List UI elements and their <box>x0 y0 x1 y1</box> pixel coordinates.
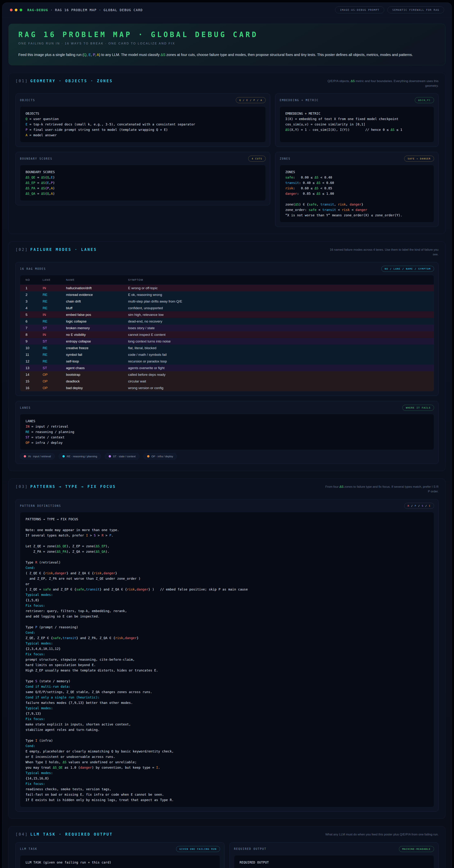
cell-symptom: flat, literal, blocked <box>128 346 428 350</box>
badge-safe-danger: SAFE → DANGER <box>404 156 434 162</box>
cell-no: 7 <box>26 326 43 330</box>
code-line: ΔS_QA = ΔS(Q,A) <box>26 191 260 196</box>
cell-lane: ST <box>43 366 66 370</box>
lane-legend-chip: RE · reasoning / planning <box>59 453 101 460</box>
section-number: [01] <box>15 79 28 83</box>
lane-legend-chip: IN · input / retrieval <box>20 453 55 460</box>
app-name: RAG-DEBUG <box>27 8 48 12</box>
lane-dot-icon <box>24 455 26 458</box>
code-line <box>26 538 428 544</box>
table-row: 4REbluffconfident, unsupported <box>20 305 434 311</box>
code-line: Q = user question <box>26 116 260 122</box>
code-line: ΔS_PA = ΔS(P,A) <box>26 186 260 191</box>
cell-lane: RE <box>43 346 66 350</box>
code-line: retriever: query, filters, top-k, embedd… <box>26 608 428 614</box>
code-line: fail-fast on bad or missing E, fix infra… <box>26 792 428 797</box>
column-header-symptom: SYMPTOM <box>128 278 428 281</box>
code-line: Note: one mode may appear in more than o… <box>26 527 428 533</box>
card-embedding-label: EMBEDDING + METRIC <box>280 99 319 102</box>
code-line: If several types match, prefer I > S > R… <box>26 533 428 538</box>
cell-lane: RE <box>43 319 66 323</box>
code-line <box>26 554 428 560</box>
cell-symptom: wrong version or config <box>128 386 428 390</box>
window-title: RAG-DEBUG · RAG 16 PROBLEM MAP · GLOBAL … <box>27 8 143 12</box>
cell-name: logic collapse <box>66 319 128 323</box>
modes-table: NO LANE NAME SYMPTOM 1INhallucination/dr… <box>20 275 434 392</box>
cell-lane: IN <box>43 313 66 317</box>
cell-name: symbol fail <box>66 353 128 357</box>
semantic-firewall-button[interactable]: SEMANTIC FIREWALL FOR RAG <box>387 6 444 13</box>
cell-symptom: long context turns into noise <box>128 339 428 343</box>
code-line: stabilize agent roles and turn-taking. <box>26 727 428 733</box>
code-line: When Type I holds, ΔS values are undefin… <box>26 760 428 765</box>
cell-lane: RE <box>43 293 66 297</box>
codeblock-embedding: EMBEDDING + METRICI(X) = embedding of te… <box>280 106 434 142</box>
cell-lane: ST <box>43 339 66 343</box>
window-zoom-button[interactable] <box>20 9 22 11</box>
cell-name: bad deploy <box>66 386 128 390</box>
hero-banner: RAG 16 PROBLEM MAP · GLOBAL DEBUG CARD O… <box>8 24 446 65</box>
section-failure-modes-title: [02]FAILURE MODES · LANES <box>15 247 97 252</box>
column-header-lane: LANE <box>43 278 66 281</box>
section-geometry-note: Q/E/P/A objects, ΔS metric and four boun… <box>323 79 439 88</box>
codeblock-objects: OBJECTSQ = user questionE = top-k retrie… <box>20 106 266 142</box>
code-line: Typical modes: <box>26 592 428 597</box>
code-line: P = final user-side prompt string sent t… <box>26 127 260 132</box>
cell-symptom: agents overwrite or fight <box>128 366 428 370</box>
card-lanes-label: LANES <box>20 406 31 409</box>
code-line: Cond if only a single run (heuristic): <box>26 695 428 700</box>
badge-ds-xy: ΔS(X,Y) <box>415 97 434 103</box>
lane-legend-label: OP · infra / deploy <box>152 455 173 458</box>
code-line: Cond if multi-run data: <box>26 684 428 689</box>
section-patterns-note: From four ΔS zones to failure type and f… <box>323 485 439 494</box>
code-line: LANES <box>26 418 428 424</box>
image-as-debug-prompt-button[interactable]: IMAGE-AS-DEBUG PROMPT <box>335 6 384 13</box>
card-zones: ZONESSAFE → DANGER ZONESsafe: 0.00 ≤ ΔS … <box>275 152 439 227</box>
cell-no: 8 <box>26 333 43 337</box>
window-minimize-button[interactable] <box>15 9 18 11</box>
card-zones-label: ZONES <box>280 157 291 160</box>
badge-given-one-failing-run: GIVEN ONE FAILING RUN <box>176 846 220 852</box>
cell-name: creative freeze <box>66 346 128 350</box>
lane-dot-icon <box>62 455 65 458</box>
section-geometry-header: [01]GEOMETRY · OBJECTS · ZONES Q/E/P/A o… <box>15 79 439 88</box>
cell-symptom: loses story / state <box>128 326 428 330</box>
lane-legend-chip: ST · state / context <box>105 453 139 460</box>
cell-name: misread evidence <box>66 293 128 297</box>
code-line: ( Z_QE = safe and Z_EP ∈ {safe,transit} … <box>26 587 428 592</box>
cell-symptom: called before deps ready <box>128 373 428 377</box>
window-titlebar: RAG-DEBUG · RAG 16 PROBLEM MAP · GLOBAL … <box>2 3 452 17</box>
intro-text: Feed this image plus a single failing ru… <box>18 52 436 58</box>
cell-name: broken memory <box>66 326 128 330</box>
code-line: {7,9,13} <box>26 711 428 716</box>
section-geometry: [01]GEOMETRY · OBJECTS · ZONES Q/E/P/A o… <box>8 73 446 234</box>
codeblock-llm-task: LLM TASK (given one failing run + this c… <box>20 855 220 868</box>
section-llm-task-header: [04]LLM TASK · REQUIRED OUTPUT What any … <box>15 832 439 837</box>
cell-lane: RE <box>43 300 66 304</box>
code-line: E = top-k retrieved docs (small k, e.g.,… <box>26 122 260 127</box>
card-rag-modes-label: 16 RAG MODES <box>20 267 46 271</box>
code-line: Fix focus: <box>26 716 428 722</box>
lane-legend-label: ST · state / context <box>113 455 136 458</box>
table-row: 5INembed false possim high, relevance lo… <box>20 311 434 318</box>
table-row: 15OPdeadlockcircular wait <box>20 378 434 384</box>
cell-lane: IN <box>43 286 66 290</box>
codeblock-boundary: BOUNDARY SCORESΔS_QE = ΔS(Q,E)ΔS_EP = ΔS… <box>20 165 266 201</box>
lane-dot-icon <box>147 455 150 458</box>
code-line: ZONES <box>285 169 428 175</box>
lane-legend-label: IN · input / retrieval <box>28 455 51 458</box>
code-line: ( Z_QE ∈ {risk,danger} and Z_QA ∈ {risk,… <box>26 570 428 576</box>
code-line: {1,5,8} <box>26 597 428 603</box>
cell-lane: OP <box>43 386 66 390</box>
code-line: PATTERNS → TYPE → FIX FOCUS <box>26 517 428 522</box>
code-line: E empty, placeholder or clearly mismatch… <box>26 749 428 754</box>
code-line <box>26 865 215 868</box>
window-close-button[interactable] <box>10 9 12 11</box>
table-row: 6RElogic collapsedead-end, no recovery <box>20 318 434 325</box>
codeblock-zones: ZONESsafe: 0.00 ≤ ΔS < 0.40transit: 0.40… <box>280 165 434 222</box>
card-objects: OBJECTSQ / E / P / A OBJECTSQ = user que… <box>15 93 270 147</box>
debug-card-window: RAG-DEBUG · RAG 16 PROBLEM MAP · GLOBAL … <box>2 2 452 868</box>
card-rag-modes: 16 RAG MODESNO / LANE / NAME / SYMPTOM N… <box>15 262 439 396</box>
cell-no: 2 <box>26 293 43 297</box>
code-line: OBJECTS <box>26 111 260 116</box>
